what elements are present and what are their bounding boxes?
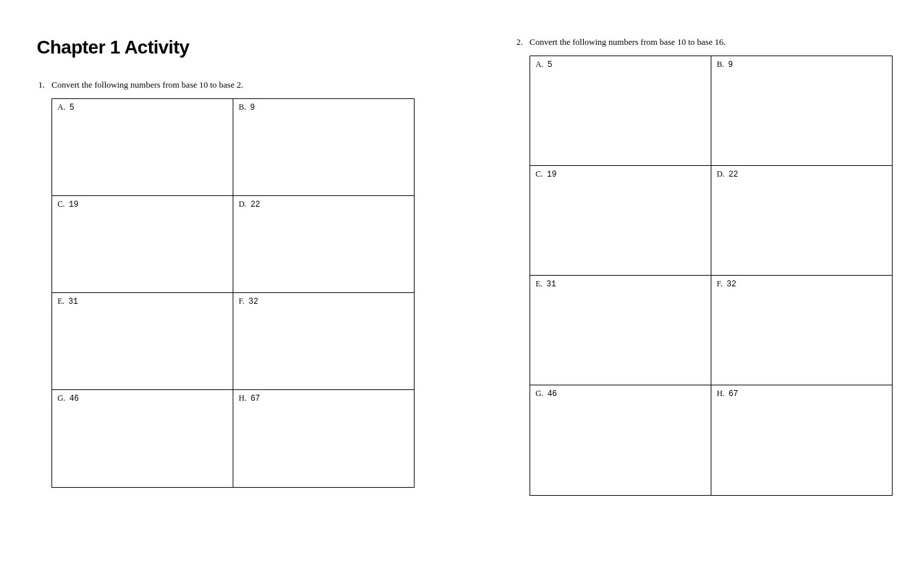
table-row: E. 31 F. 32 [530, 276, 892, 385]
cell-letter: B. [717, 60, 724, 69]
answer-cell: A. 5 [52, 99, 233, 195]
cell-letter: F. [239, 296, 245, 306]
answer-cell: G. 46 [52, 390, 233, 487]
answer-cell: E. 31 [52, 293, 233, 389]
cell-value: 31 [546, 280, 556, 289]
cell-value: 46 [548, 389, 557, 399]
table-row: C. 19 D. 22 [52, 196, 414, 293]
cell-value: 22 [729, 170, 738, 179]
cell-value: 67 [251, 394, 260, 403]
cell-letter: D. [239, 199, 247, 209]
answer-cell: B. 9 [233, 99, 414, 195]
answer-grid-1: A. 5 B. 9 C. 19 D. 22 E. 31 F. [51, 98, 415, 488]
question-2-text: Convert the following numbers from base … [530, 37, 893, 47]
cell-letter: E. [536, 279, 542, 288]
cell-letter: C. [57, 199, 65, 209]
table-row: A. 5 B. 9 [530, 56, 892, 166]
cell-value: 5 [548, 60, 552, 70]
question-1-number: 1. [37, 80, 51, 90]
cell-letter: H. [239, 393, 247, 403]
answer-cell: F. 32 [711, 276, 892, 385]
answer-cell: H. 67 [233, 390, 414, 487]
cell-letter: E. [57, 296, 64, 306]
answer-cell: F. 32 [233, 293, 414, 389]
cell-value: 46 [70, 394, 79, 403]
cell-value: 19 [69, 200, 78, 209]
cell-letter: G. [536, 389, 544, 398]
cell-letter: A. [536, 60, 544, 69]
answer-cell: B. 9 [711, 56, 892, 165]
cell-value: 32 [249, 297, 258, 306]
answer-cell: G. 46 [530, 385, 711, 495]
table-row: G. 46 H. 67 [52, 390, 414, 487]
cell-letter: F. [717, 279, 723, 288]
cell-value: 5 [70, 103, 74, 112]
answer-cell: D. 22 [711, 166, 892, 275]
answer-cell: E. 31 [530, 276, 711, 385]
answer-cell: A. 5 [530, 56, 711, 165]
cell-value: 19 [547, 170, 556, 179]
cell-letter: D. [717, 169, 725, 179]
cell-letter: A. [57, 102, 66, 112]
answer-cell: C. 19 [530, 166, 711, 275]
table-row: G. 46 H. 67 [530, 385, 892, 495]
table-row: C. 19 D. 22 [530, 166, 892, 276]
cell-value: 22 [251, 200, 260, 209]
question-1-row: 1. Convert the following numbers from ba… [37, 80, 415, 90]
page-left: Chapter 1 Activity 1. Convert the follow… [37, 37, 415, 545]
cell-letter: C. [536, 169, 543, 179]
page-right: 2. Convert the following numbers from ba… [515, 37, 893, 545]
cell-value: 32 [727, 280, 736, 289]
question-2-row: 2. Convert the following numbers from ba… [515, 37, 893, 47]
table-row: E. 31 F. 32 [52, 293, 414, 390]
question-1-text: Convert the following numbers from base … [51, 80, 415, 90]
answer-cell: D. 22 [233, 196, 414, 292]
answer-grid-2: A. 5 B. 9 C. 19 D. 22 E. 31 F. [530, 56, 893, 496]
cell-value: 9 [250, 103, 255, 112]
cell-letter: H. [717, 389, 725, 398]
cell-letter: B. [239, 102, 246, 112]
answer-cell: C. 19 [52, 196, 233, 292]
page-title: Chapter 1 Activity [37, 37, 415, 58]
cell-value: 9 [728, 60, 733, 70]
question-2-number: 2. [515, 37, 530, 47]
table-row: A. 5 B. 9 [52, 99, 414, 196]
cell-value: 67 [729, 389, 738, 399]
answer-cell: H. 67 [711, 385, 892, 495]
cell-letter: G. [57, 393, 66, 403]
cell-value: 31 [68, 297, 78, 306]
